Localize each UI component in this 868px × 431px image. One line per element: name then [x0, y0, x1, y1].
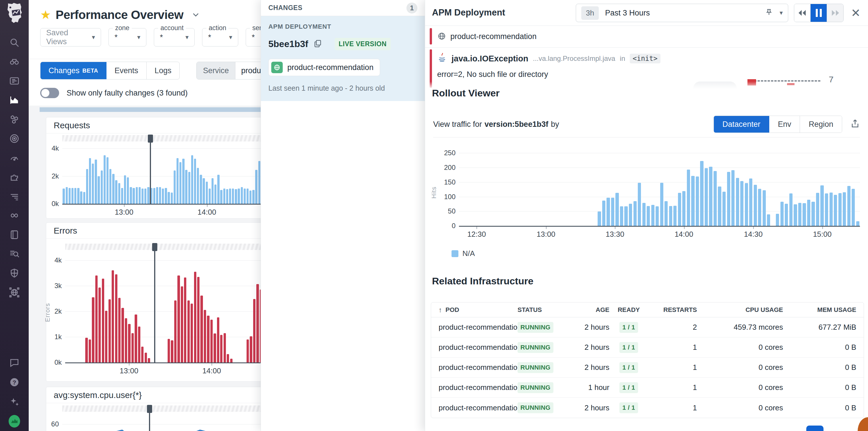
sidebar-item-events[interactable] — [9, 75, 20, 87]
sidebar-item-security[interactable] — [9, 268, 20, 279]
sidebar-item-bits-ai[interactable] — [9, 396, 20, 407]
cpu-chart-card: avg:system.cpu.user{*} 60 — [46, 387, 273, 431]
event-marker-handle[interactable] — [147, 405, 152, 413]
status-badge: 1 / 1 — [619, 362, 638, 373]
datadog-app: ★ Performance Overview Saved Views ▾ zon… — [0, 0, 868, 431]
sidebar-item-search[interactable] — [9, 37, 20, 48]
close-icon[interactable]: ✕ — [851, 6, 861, 20]
status-badge: 1 / 1 — [619, 402, 638, 413]
sidebar-item-notebooks[interactable] — [9, 229, 20, 241]
table-row[interactable]: product-recommendation-8669f4...RUNNING2… — [431, 317, 864, 337]
requests-chart[interactable]: 0k2k4k13:0014:00 — [46, 135, 272, 218]
pin-icon[interactable] — [765, 8, 773, 18]
chevron-down-icon[interactable]: ▾ — [780, 9, 783, 17]
status-badge: 1 / 1 — [619, 322, 638, 333]
view-tabs: Changes BETA Events Logs — [40, 62, 180, 80]
app-sidebar: ? — [0, 0, 29, 431]
status-badge: RUNNING — [518, 362, 553, 373]
service-pill[interactable]: product-recommendation — [268, 59, 380, 76]
rollout-traffic-chart[interactable]: Hits 05010015020025012:3013:0013:3014:00… — [437, 143, 860, 242]
event-marker[interactable] — [154, 244, 155, 363]
sidebar-item-metrics[interactable] — [9, 94, 20, 106]
toggle-datacenter[interactable]: Datacenter — [714, 116, 769, 132]
faulty-changes-toggle[interactable] — [40, 88, 59, 98]
service-row[interactable]: product-recommendation — [425, 26, 868, 48]
filter-zone[interactable]: zone * ▾ — [108, 28, 146, 47]
sidebar-item-monitors[interactable] — [9, 152, 20, 163]
changes-side-panel: CHANGES 1 APM DEPLOYMENT 5bee1b3f LIVE V… — [260, 0, 425, 431]
legend-swatch — [452, 250, 458, 257]
panel-title: APM Deployment — [432, 7, 505, 18]
page-title: Performance Overview — [56, 8, 183, 22]
column-header-pod[interactable]: ↑POD — [439, 306, 518, 314]
column-header-ready[interactable]: READY — [609, 306, 648, 314]
service-globe-icon — [271, 62, 283, 73]
sidebar-item-logs[interactable] — [9, 190, 20, 202]
event-marker-handle[interactable] — [148, 134, 153, 143]
chart-title: avg:system.cpu.user{*} — [46, 387, 272, 403]
time-playback-controls — [794, 4, 844, 22]
status-badge: RUNNING — [518, 382, 553, 393]
svg-text:?: ? — [12, 379, 17, 386]
version-filter: version:5bee1b3f — [485, 120, 548, 129]
chevron-down-icon: ▾ — [229, 34, 232, 41]
table-row[interactable]: product-recommendation-8669f4...RUNNING2… — [431, 358, 864, 378]
fast-forward-button[interactable] — [827, 4, 843, 22]
sidebar-item-integrations[interactable] — [9, 171, 20, 183]
toggle-env[interactable]: Env — [769, 116, 800, 132]
tab-changes[interactable]: Changes BETA — [40, 62, 106, 79]
infrastructure-table: ↑PODSTATUSAGEREADYRESTARTSCPU USAGEMEM U… — [431, 302, 864, 418]
column-header-restarts[interactable]: RESTARTS — [648, 306, 697, 314]
table-row[interactable]: product-recommendation-8669f4...RUNNING2… — [431, 398, 864, 418]
partial-blue-button[interactable] — [806, 426, 824, 431]
column-header-status[interactable]: STATUS — [518, 306, 568, 314]
globe-icon — [437, 32, 446, 42]
exception-class: java.io.IOException — [452, 54, 528, 63]
apm-deployment-card[interactable]: APM DEPLOYMENT 5bee1b3f LIVE VERSION pro… — [261, 16, 425, 101]
deploy-marker-band — [62, 135, 272, 142]
beta-badge: BETA — [82, 67, 98, 74]
apm-deployment-panel: APM Deployment 3h Past 3 Hours ▾ — [425, 0, 868, 431]
filter-account[interactable]: account * ▾ — [154, 28, 195, 47]
sidebar-item-feedback[interactable] — [9, 357, 20, 368]
sidebar-item-ci-pipelines[interactable] — [9, 210, 20, 221]
user-avatar[interactable] — [9, 415, 20, 427]
time-range-picker[interactable]: 3h Past 3 Hours ▾ — [576, 4, 788, 22]
sidebar-item-watchdog[interactable] — [9, 56, 20, 67]
event-marker[interactable] — [149, 405, 150, 431]
datadog-logo[interactable] — [5, 2, 24, 24]
sidebar-item-network[interactable] — [9, 287, 20, 298]
sidebar-item-help[interactable]: ? — [9, 376, 20, 388]
view-traffic-text: View traffic for version:5bee1b3f by — [433, 120, 559, 129]
faulty-changes-label: Show only faulty changes (3 found) — [67, 89, 188, 98]
version-hash: 5bee1b3f — [268, 39, 308, 49]
sidebar-item-apm[interactable] — [9, 133, 20, 144]
status-badge: RUNNING — [518, 322, 553, 333]
tab-logs[interactable]: Logs — [147, 62, 180, 79]
saved-views-dropdown[interactable]: Saved Views ▾ — [40, 28, 101, 47]
sidebar-item-log-explorer[interactable] — [9, 248, 20, 260]
filter-action[interactable]: action * ▾ — [202, 28, 238, 47]
column-header-mem-usage[interactable]: MEM USAGE — [783, 306, 856, 314]
pause-button[interactable] — [811, 4, 827, 22]
export-icon[interactable] — [850, 119, 860, 130]
favorite-star-icon[interactable]: ★ — [40, 9, 51, 21]
chart-legend[interactable]: N/A — [452, 249, 475, 258]
tab-events[interactable]: Events — [106, 62, 147, 79]
sidebar-item-infrastructure[interactable] — [9, 114, 20, 125]
toggle-region[interactable]: Region — [800, 116, 842, 132]
event-marker-handle[interactable] — [152, 243, 157, 251]
event-marker[interactable] — [150, 135, 151, 205]
rewind-button[interactable] — [794, 4, 811, 22]
table-row[interactable]: product-recommendation-8669f4...RUNNING2… — [431, 337, 864, 358]
table-row[interactable]: product-recommendation-8669f4...RUNNING1… — [431, 378, 864, 398]
copy-icon[interactable] — [313, 39, 322, 49]
errors-chart[interactable]: 0k1k2k3k4k13:0014:00 — [46, 244, 272, 381]
corner-mascot — [858, 417, 868, 431]
related-infrastructure-heading: Related Infrastructure — [432, 275, 533, 287]
cpu-chart[interactable]: 60 — [46, 405, 272, 431]
title-chevron-down-icon[interactable] — [191, 9, 200, 20]
column-header-age[interactable]: AGE — [568, 306, 609, 314]
column-header-cpu-usage[interactable]: CPU USAGE — [697, 306, 783, 314]
chart-title: Errors — [46, 223, 272, 239]
